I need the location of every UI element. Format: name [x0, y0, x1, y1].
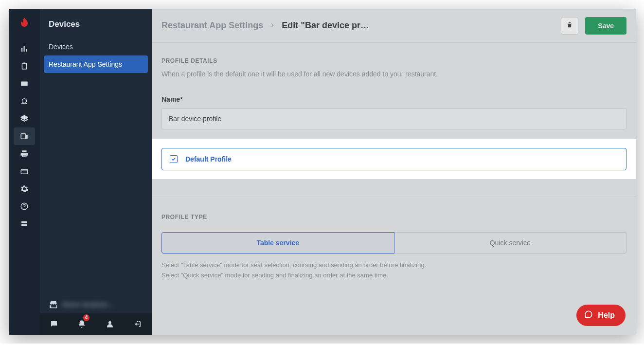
section-divider: [152, 197, 636, 197]
sidebar-item-restaurant-app-settings[interactable]: Restaurant App Settings: [44, 55, 148, 73]
svg-point-11: [108, 321, 111, 324]
default-profile-checkbox[interactable]: Default Profile: [161, 148, 626, 170]
save-button[interactable]: Save: [585, 17, 626, 35]
profile-type-help: Select "Table service" mode for seat sel…: [161, 260, 626, 281]
svg-rect-5: [25, 135, 28, 139]
help-button-label: Help: [598, 311, 615, 320]
logout-icon[interactable]: [129, 316, 146, 332]
profile-details-heading: PROFILE DETAILS: [161, 57, 626, 64]
store-label: Store location...: [62, 301, 114, 308]
profile-type-heading: PROFILE TYPE: [161, 214, 626, 220]
sidebar: Devices Devices Restaurant App Settings …: [40, 9, 152, 335]
printer-icon[interactable]: [14, 145, 35, 163]
store-selector[interactable]: [9, 325, 40, 335]
main-panel: Restaurant App Settings Edit "Bar device…: [152, 9, 636, 335]
notifications-icon[interactable]: 4: [73, 316, 90, 332]
delete-button[interactable]: [561, 17, 578, 35]
name-input[interactable]: [161, 108, 626, 129]
svg-point-3: [22, 99, 27, 103]
sidebar-title: Devices: [40, 9, 152, 38]
svg-rect-2: [21, 82, 28, 86]
layers-icon[interactable]: [14, 110, 35, 127]
svg-rect-9: [21, 221, 27, 223]
devices-icon[interactable]: [14, 127, 35, 145]
content-scroll: PROFILE DETAILS When a profile is the de…: [152, 43, 636, 335]
breadcrumb-current: Edit "Bar device pro…: [282, 20, 369, 31]
profile-details-help: When a profile is the default one it wil…: [161, 70, 626, 78]
profile-type-segmented: Table service Quick service: [161, 232, 626, 254]
app-frame: Devices Devices Restaurant App Settings …: [9, 9, 636, 335]
store-selector[interactable]: Store location...: [44, 295, 148, 313]
svg-point-8: [24, 208, 25, 209]
id-card-icon[interactable]: [14, 75, 35, 92]
help-circle-icon[interactable]: [14, 198, 35, 215]
chat-bubble-icon: [584, 310, 593, 321]
sidebar-bottom-bar: 4: [40, 313, 152, 335]
name-field-label: Name*: [161, 95, 626, 103]
svg-rect-1: [23, 63, 26, 64]
user-icon[interactable]: [101, 316, 119, 332]
header-bar: Restaurant App Settings Edit "Bar device…: [152, 9, 636, 43]
chevron-right-icon: [270, 21, 275, 30]
breadcrumb-parent[interactable]: Restaurant App Settings: [161, 20, 263, 31]
help-button[interactable]: Help: [576, 305, 626, 326]
profile-type-help-line-2: Select "Quick service" mode for sending …: [161, 271, 626, 281]
trash-icon: [566, 21, 573, 30]
svg-rect-0: [22, 63, 27, 69]
icon-rail: [9, 9, 40, 335]
segment-quick-service[interactable]: Quick service: [394, 232, 627, 254]
clipboard-icon[interactable]: [14, 57, 35, 75]
svg-rect-10: [21, 224, 27, 226]
analytics-icon[interactable]: [14, 40, 35, 57]
brand-logo: [15, 14, 34, 33]
checkbox-checked-icon: [170, 155, 178, 163]
svg-rect-4: [21, 134, 25, 139]
profile-type-help-line-1: Select "Table service" mode for seat sel…: [161, 260, 626, 271]
gear-icon[interactable]: [14, 180, 35, 198]
chat-icon[interactable]: [45, 316, 63, 332]
segment-table-service[interactable]: Table service: [161, 232, 394, 254]
default-profile-highlight: Default Profile: [152, 139, 636, 179]
default-profile-label: Default Profile: [185, 155, 232, 163]
store-icon: [49, 300, 57, 309]
svg-rect-6: [21, 169, 28, 174]
notification-badge: 4: [83, 314, 90, 321]
server-icon[interactable]: [14, 215, 35, 233]
card-icon[interactable]: [14, 163, 35, 180]
sidebar-item-devices[interactable]: Devices: [40, 38, 152, 55]
tray-icon[interactable]: [14, 92, 35, 110]
